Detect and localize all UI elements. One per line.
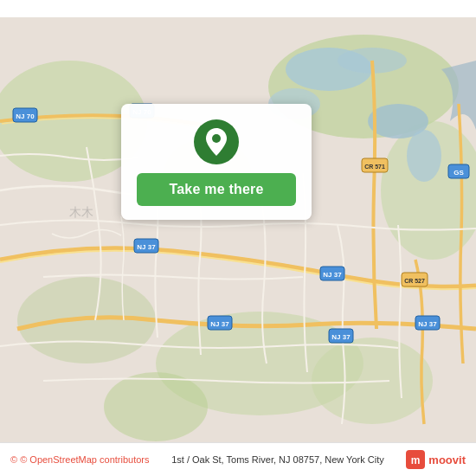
svg-text:NJ 37: NJ 37 <box>323 271 342 279</box>
svg-point-6 <box>104 372 208 441</box>
svg-text:NJ 37: NJ 37 <box>418 320 437 328</box>
map-container: NJ 70 NJ 70 NJ 37 NJ 37 NJ 37 NJ 37 NJ 3… <box>0 0 476 476</box>
svg-text:NJ 70: NJ 70 <box>16 113 35 120</box>
moovit-logo-text: moovit <box>428 453 466 466</box>
svg-text:木木: 木木 <box>69 205 93 219</box>
location-pin-icon <box>194 119 239 164</box>
moovit-logo-icon: m <box>406 450 425 469</box>
address-label: 1st / Oak St, Toms River, NJ 08757, New … <box>171 454 384 465</box>
svg-text:GS: GS <box>453 169 464 177</box>
osm-credit: © © OpenStreetMap contributors <box>10 454 150 465</box>
location-card: Take me there <box>121 104 312 220</box>
svg-text:NJ 37: NJ 37 <box>137 243 156 251</box>
moovit-logo: m moovit <box>406 450 466 469</box>
svg-text:NJ 37: NJ 37 <box>331 333 351 341</box>
map-background: NJ 70 NJ 70 NJ 37 NJ 37 NJ 37 NJ 37 NJ 3… <box>0 0 476 476</box>
svg-text:CR 527: CR 527 <box>404 278 425 284</box>
bottom-bar: © © OpenStreetMap contributors 1st / Oak… <box>0 442 476 476</box>
address-text: 1st / Oak St, Toms River, NJ 08757, New … <box>171 454 384 465</box>
svg-text:m: m <box>411 454 421 466</box>
take-me-there-button[interactable]: Take me there <box>137 173 296 206</box>
svg-point-11 <box>407 130 441 182</box>
svg-point-36 <box>212 134 221 143</box>
svg-text:CR 571: CR 571 <box>364 164 385 170</box>
osm-credit-text: © OpenStreetMap contributors <box>20 454 149 465</box>
svg-text:NJ 37: NJ 37 <box>210 320 229 328</box>
